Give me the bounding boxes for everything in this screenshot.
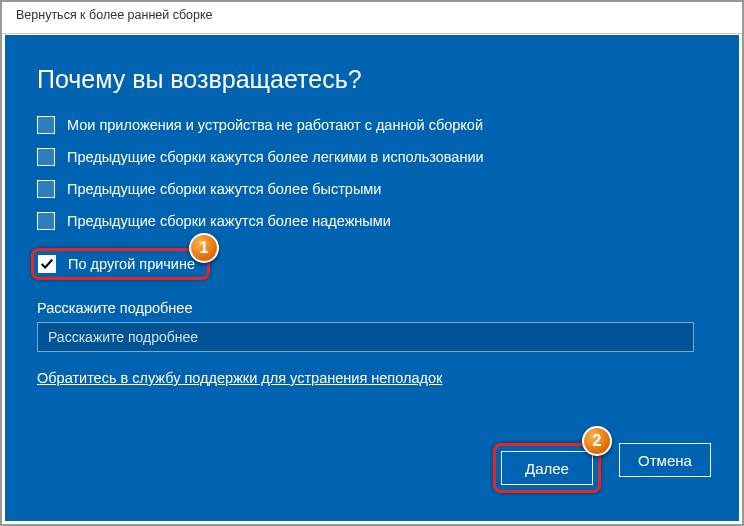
titlebar: Вернуться к более ранней сборке — [2, 2, 742, 34]
option-faster[interactable]: Предыдущие сборки кажутся более быстрыми — [37, 180, 707, 198]
option-label: Мои приложения и устройства не работают … — [67, 117, 483, 133]
option-apps-devices[interactable]: Мои приложения и устройства не работают … — [37, 116, 707, 134]
option-label: Предыдущие сборки кажутся более легкими … — [67, 149, 484, 165]
support-link[interactable]: Обратитесь в службу поддержки для устран… — [37, 370, 442, 386]
highlighted-next: 2 Далее — [493, 443, 601, 493]
option-label: Предыдущие сборки кажутся более быстрыми — [67, 181, 381, 197]
main-panel: Почему вы возвращаетесь? Мои приложения … — [5, 35, 739, 521]
cancel-button[interactable]: Отмена — [619, 443, 711, 477]
checkbox-icon[interactable] — [37, 148, 55, 166]
checkbox-icon[interactable] — [37, 116, 55, 134]
checkbox-icon[interactable] — [37, 180, 55, 198]
callout-2: 2 — [582, 426, 612, 456]
page-title: Почему вы возвращаетесь? — [37, 65, 707, 94]
option-other-reason[interactable]: По другой причине — [38, 255, 195, 273]
next-button[interactable]: Далее — [501, 451, 593, 485]
checkbox-checked-icon[interactable] — [38, 255, 56, 273]
option-label: По другой причине — [68, 256, 195, 272]
checkbox-icon[interactable] — [37, 212, 55, 230]
button-row: 2 Далее Отмена — [493, 443, 711, 493]
option-easier[interactable]: Предыдущие сборки кажутся более легкими … — [37, 148, 707, 166]
detail-label: Расскажите подробнее — [37, 300, 707, 316]
highlighted-option: 1 По другой причине — [31, 248, 210, 280]
callout-1: 1 — [189, 233, 219, 263]
option-label: Предыдущие сборки кажутся более надежным… — [67, 213, 391, 229]
option-reliable[interactable]: Предыдущие сборки кажутся более надежным… — [37, 212, 707, 230]
detail-input[interactable] — [37, 322, 694, 352]
